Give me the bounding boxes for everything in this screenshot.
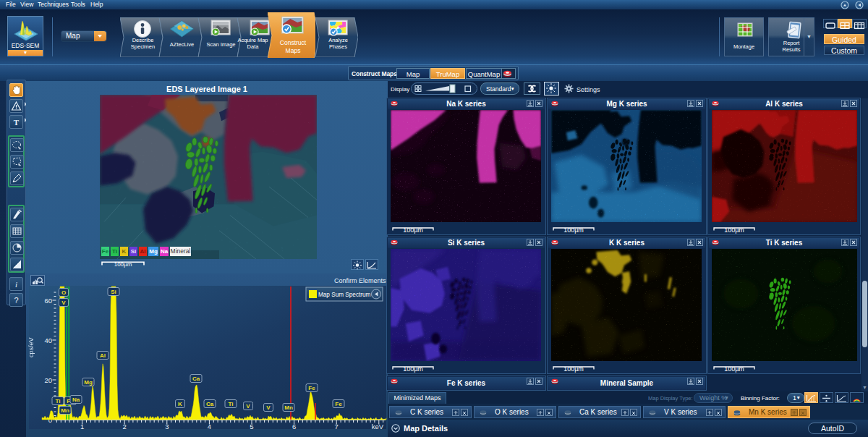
svg-text:3: 3 [165,423,169,430]
svg-text:1: 1 [80,423,84,430]
svg-text:Al: Al [100,352,106,359]
svg-text:4: 4 [208,423,211,430]
svg-text:2: 2 [123,423,127,430]
svg-text:20: 20 [44,376,52,384]
svg-text:Fe: Fe [308,385,315,391]
svg-text:Mn: Mn [284,404,293,411]
svg-text:Mg: Mg [84,379,93,386]
svg-text:60: 60 [44,297,52,305]
svg-text:Fe: Fe [335,401,342,407]
svg-text:40: 40 [44,336,52,344]
svg-text:V: V [266,404,271,411]
svg-text:V: V [61,300,66,306]
svg-text:Ca: Ca [206,401,214,407]
svg-text:Na: Na [72,396,80,403]
svg-text:Map Sum Spectrum: Map Sum Spectrum [318,292,371,298]
svg-text:5: 5 [250,423,253,430]
svg-text:V: V [246,403,250,410]
svg-text:Ti: Ti [56,398,61,404]
svg-text:Ca: Ca [192,376,200,382]
svg-text:Ti: Ti [229,401,234,407]
svg-text:6: 6 [292,423,296,430]
svg-text:K: K [178,401,182,407]
svg-text:keV: keV [372,423,384,430]
svg-text:Si: Si [111,289,116,295]
svg-text:7: 7 [335,423,339,430]
svg-text:Mn: Mn [61,407,69,414]
svg-text:O: O [61,289,66,296]
